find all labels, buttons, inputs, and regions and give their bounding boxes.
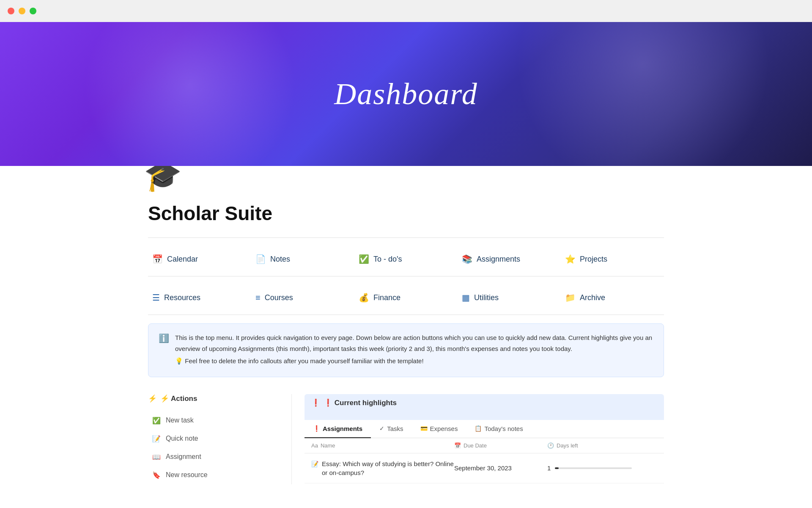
nav-item-assignments[interactable]: 📚 Assignments bbox=[458, 246, 561, 272]
col-header-due-date: 📅 Due Date bbox=[454, 442, 547, 449]
page-title: Scholar Suite bbox=[148, 202, 664, 225]
tab-tasks[interactable]: ✓ Tasks bbox=[371, 420, 411, 438]
tab-notes-icon: 📋 bbox=[475, 425, 482, 432]
maximize-button[interactable] bbox=[30, 8, 36, 14]
nav-row-1: 📅 Calendar 📄 Notes ✅ To - do's 📚 Assignm… bbox=[148, 246, 664, 272]
highlights-header: ❗ ❗ Current highlights bbox=[311, 398, 657, 407]
tab-expenses-icon: 💳 bbox=[420, 425, 428, 432]
nav-item-calendar[interactable]: 📅 Calendar bbox=[148, 246, 251, 272]
col-header-days-left: 🕐 Days left bbox=[547, 442, 632, 449]
row-name-cell: 📝 Essay: Which way of studying is better… bbox=[311, 459, 454, 477]
tab-tasks-label: Tasks bbox=[387, 425, 403, 432]
titlebar bbox=[0, 0, 812, 22]
progress-bar-fill bbox=[555, 467, 559, 469]
action-quick-note-label: Quick note bbox=[166, 435, 198, 442]
action-assignment[interactable]: 📖 Assignment bbox=[148, 448, 283, 466]
col-days-icon: 🕐 bbox=[547, 442, 554, 449]
col-name-label: Name bbox=[321, 442, 335, 449]
nav-divider-bottom bbox=[148, 315, 664, 315]
nav-label-notes: Notes bbox=[270, 255, 290, 264]
tab-todays-notes[interactable]: 📋 Today's notes bbox=[466, 420, 531, 438]
col-header-name: Aa Name bbox=[311, 442, 454, 449]
assignments-table: Aa Name 📅 Due Date 🕐 Days left bbox=[304, 438, 664, 483]
days-left-value: 1 bbox=[547, 464, 551, 472]
actions-header: ⚡ ⚡ Actions bbox=[148, 394, 283, 403]
tab-assignments[interactable]: ❗ Assignments bbox=[304, 420, 371, 438]
highlights-panel: ❗ ❗ Current highlights ❗ Assignments ✓ T… bbox=[292, 394, 664, 484]
col-name-prefix: Aa bbox=[311, 442, 318, 449]
bottom-section: ⚡ ⚡ Actions ✅ New task 📝 Quick note 📖 As… bbox=[148, 394, 664, 484]
days-left-progress: 1 bbox=[547, 464, 632, 472]
nav-item-utilities[interactable]: ▦ Utilities bbox=[458, 285, 561, 310]
nav-label-assignments: Assignments bbox=[477, 255, 520, 264]
col-header-extra bbox=[632, 442, 657, 449]
table-row: 📝 Essay: Which way of studying is better… bbox=[304, 453, 664, 483]
highlights-header-row: ❗ ❗ Current highlights bbox=[304, 394, 664, 420]
nav-item-notes[interactable]: 📄 Notes bbox=[251, 246, 354, 272]
callout-text-1: This is the top menu. It provides quick … bbox=[175, 332, 653, 354]
col-days-label: Days left bbox=[557, 442, 578, 449]
nav-row-2: ☰ Resources ≡ Courses 💰 Finance ▦ Utilit… bbox=[148, 285, 664, 310]
quick-note-icon: 📝 bbox=[152, 435, 161, 443]
hero-title: Dashboard bbox=[334, 77, 477, 112]
action-quick-note[interactable]: 📝 Quick note bbox=[148, 430, 283, 448]
finance-icon: 💰 bbox=[359, 293, 369, 303]
nav-label-finance: Finance bbox=[373, 293, 401, 302]
tab-expenses[interactable]: 💳 Expenses bbox=[412, 420, 466, 438]
row-assignment-icon: 📝 bbox=[311, 460, 318, 469]
row-assignment-name: Essay: Which way of studying is better? … bbox=[322, 459, 454, 477]
nav-item-finance[interactable]: 💰 Finance bbox=[354, 285, 458, 310]
notes-icon: 📄 bbox=[255, 254, 266, 264]
nav-label-archive: Archive bbox=[580, 293, 605, 302]
calendar-icon: 📅 bbox=[152, 254, 163, 264]
close-button[interactable] bbox=[8, 8, 14, 14]
col-date-label: Due Date bbox=[464, 442, 487, 449]
utilities-icon: ▦ bbox=[462, 293, 470, 303]
actions-label: ⚡ Actions bbox=[160, 394, 197, 403]
courses-icon: ≡ bbox=[255, 293, 261, 303]
tab-notes-label: Today's notes bbox=[484, 425, 523, 432]
nav-item-resources[interactable]: ☰ Resources bbox=[148, 285, 251, 310]
main-content: 🎓 Scholar Suite 📅 Calendar 📄 Notes ✅ To … bbox=[110, 166, 702, 484]
tab-tasks-icon: ✓ bbox=[379, 425, 384, 432]
row-days-left-cell: 1 bbox=[547, 464, 632, 472]
archive-icon: 📁 bbox=[565, 293, 576, 303]
actions-lightning-icon: ⚡ bbox=[148, 394, 157, 403]
nav-label-projects: Projects bbox=[580, 255, 607, 264]
info-icon: ℹ️ bbox=[159, 333, 169, 343]
progress-bar-bg bbox=[555, 467, 632, 469]
col-date-icon: 📅 bbox=[454, 442, 461, 449]
highlights-exclamation-icon: ❗ bbox=[311, 398, 320, 407]
nav-item-todos[interactable]: ✅ To - do's bbox=[354, 246, 458, 272]
action-new-resource[interactable]: 🔖 New resource bbox=[148, 466, 283, 484]
todos-icon: ✅ bbox=[359, 254, 369, 264]
highlights-tabs: ❗ Assignments ✓ Tasks 💳 Expenses 📋 Today… bbox=[304, 420, 664, 438]
nav-item-archive[interactable]: 📁 Archive bbox=[561, 285, 664, 310]
actions-panel: ⚡ ⚡ Actions ✅ New task 📝 Quick note 📖 As… bbox=[148, 394, 292, 484]
callout-text-2: 💡 Feel free to delete the info callouts … bbox=[175, 356, 653, 367]
nav-label-calendar: Calendar bbox=[167, 255, 198, 264]
hero-banner: Dashboard bbox=[0, 22, 812, 166]
tab-assignments-icon: ❗ bbox=[313, 425, 320, 432]
row-due-date: September 30, 2023 bbox=[454, 464, 547, 472]
nav-label-utilities: Utilities bbox=[474, 293, 499, 302]
nav-label-todos: To - do's bbox=[373, 255, 402, 264]
nav-divider-top bbox=[148, 237, 664, 238]
nav-label-courses: Courses bbox=[265, 293, 293, 302]
info-callout: ℹ️ This is the top menu. It provides qui… bbox=[148, 323, 664, 377]
new-task-icon: ✅ bbox=[152, 417, 161, 425]
action-new-task[interactable]: ✅ New task bbox=[148, 411, 283, 430]
table-header-row: Aa Name 📅 Due Date 🕐 Days left bbox=[304, 438, 664, 453]
assignment-icon: 📖 bbox=[152, 453, 161, 461]
action-new-resource-label: New resource bbox=[166, 471, 208, 479]
assignments-icon: 📚 bbox=[462, 254, 472, 264]
minimize-button[interactable] bbox=[19, 8, 25, 14]
action-assignment-label: Assignment bbox=[166, 453, 201, 461]
tab-assignments-label: Assignments bbox=[323, 425, 362, 432]
resources-icon: ☰ bbox=[152, 293, 160, 303]
highlights-label: ❗ Current highlights bbox=[324, 398, 397, 407]
nav-item-courses[interactable]: ≡ Courses bbox=[251, 285, 354, 310]
action-new-task-label: New task bbox=[166, 417, 194, 424]
nav-item-projects[interactable]: ⭐ Projects bbox=[561, 246, 664, 272]
projects-icon: ⭐ bbox=[565, 254, 576, 264]
